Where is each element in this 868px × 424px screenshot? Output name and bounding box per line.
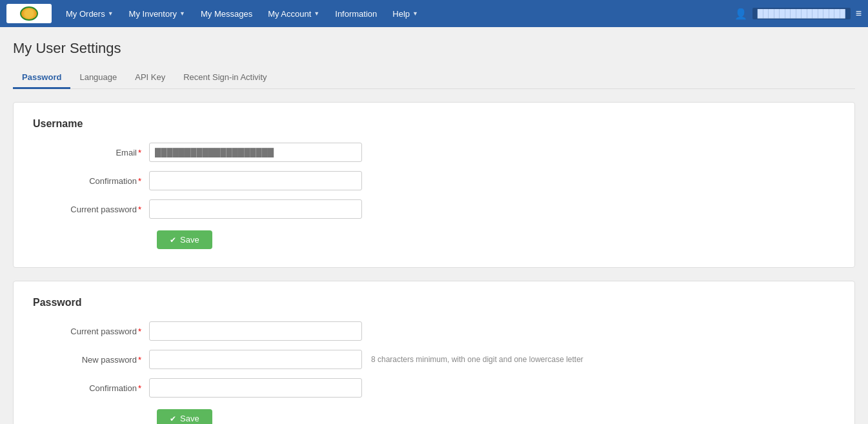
navbar: My Orders ▼ My Inventory ▼ My Messages M… [0,0,868,27]
menu-icon[interactable]: ≡ [856,8,862,19]
current-password-label: Current password* [33,327,149,336]
chevron-down-icon: ▼ [108,10,114,17]
nav-my-messages[interactable]: My Messages [194,5,259,23]
logo[interactable] [6,4,52,23]
email-input[interactable] [149,143,362,162]
email-confirmation-input[interactable] [149,171,362,190]
tabs: Password Language API Key Recent Sign-in… [13,67,855,89]
chevron-down-icon: ▼ [179,10,185,17]
nav-information[interactable]: Information [328,5,383,23]
nav-right: 👤 ████████████████ ≡ [734,8,862,20]
tab-password[interactable]: Password [13,67,70,89]
chevron-down-icon: ▼ [314,10,319,17]
required-star: * [138,383,141,393]
required-star: * [138,355,141,365]
nav-my-account[interactable]: My Account ▼ [261,5,326,23]
page-title: My User Settings [13,40,855,57]
username-card: Username Email* Confirmation* Current pa… [13,102,855,268]
current-password-group: Current password* [33,321,835,341]
nav-username: ████████████████ [752,8,851,19]
tab-language[interactable]: Language [70,67,126,89]
logo-icon [20,6,38,21]
required-star: * [138,176,141,186]
tab-api-key[interactable]: API Key [126,67,174,89]
current-password-input[interactable] [149,321,362,341]
password-save-button[interactable]: ✔ Save [157,409,212,424]
password-confirmation-group: Confirmation* [33,378,835,398]
username-current-password-input[interactable] [149,199,362,219]
tab-recent-signin[interactable]: Recent Sign-in Activity [174,67,276,89]
new-password-hint: 8 characters minimum, with one digit and… [371,355,583,364]
nav-my-inventory[interactable]: My Inventory ▼ [123,5,192,23]
required-star: * [138,205,141,214]
new-password-group: New password* 8 characters minimum, with… [33,350,835,369]
nav-my-orders[interactable]: My Orders ▼ [59,5,120,23]
new-password-input[interactable] [149,350,362,369]
checkmark-icon: ✔ [170,414,176,423]
username-form-actions: ✔ Save [33,230,835,249]
email-confirmation-group: Confirmation* [33,171,835,190]
password-card: Password Current password* New password*… [13,281,855,424]
username-card-title: Username [33,118,835,130]
password-confirmation-input[interactable] [149,378,362,398]
user-icon: 👤 [734,8,747,20]
email-confirmation-label: Confirmation* [33,176,149,186]
required-star: * [138,148,141,157]
password-confirmation-label: Confirmation* [33,383,149,393]
username-current-password-group: Current password* [33,199,835,219]
new-password-label: New password* [33,355,149,365]
username-current-password-label: Current password* [33,205,149,214]
required-star: * [138,327,141,336]
chevron-down-icon: ▼ [412,10,418,17]
email-label: Email* [33,148,149,157]
nav-items: My Orders ▼ My Inventory ▼ My Messages M… [59,5,734,23]
page-content: My User Settings Password Language API K… [0,27,868,424]
checkmark-icon: ✔ [170,236,176,245]
password-form-actions: ✔ Save [33,409,835,424]
username-save-button[interactable]: ✔ Save [157,230,212,249]
nav-help[interactable]: Help ▼ [386,5,425,23]
email-group: Email* [33,143,835,162]
password-card-title: Password [33,297,835,308]
